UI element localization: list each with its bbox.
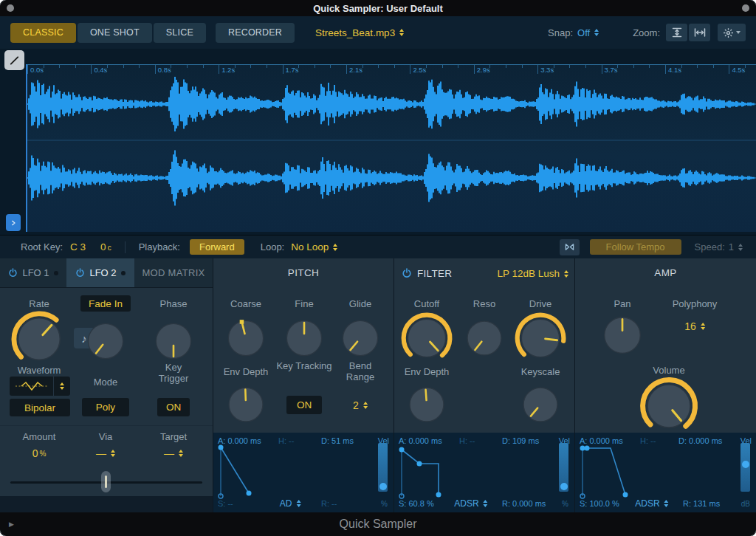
lfo-phase-knob[interactable] bbox=[148, 315, 199, 367]
stepper-icon bbox=[399, 29, 404, 36]
lfo-polarity-button[interactable]: Bipolar bbox=[10, 399, 70, 416]
key-tracking-button[interactable]: ON bbox=[286, 396, 322, 414]
settings-gear-button[interactable] bbox=[718, 24, 746, 41]
key-trigger-label: Key Trigger bbox=[150, 362, 197, 385]
disclosure-triangle[interactable]: ▶ bbox=[9, 520, 14, 528]
sample-start-handle[interactable] bbox=[6, 214, 21, 231]
amount-value[interactable]: 0% bbox=[32, 447, 47, 459]
gear-icon bbox=[723, 27, 734, 38]
snap-value: Off bbox=[577, 27, 590, 38]
reso-knob[interactable] bbox=[459, 313, 509, 363]
amount-slider-handle[interactable] bbox=[101, 471, 111, 492]
follow-tempo-button[interactable]: Follow Tempo bbox=[590, 239, 681, 255]
ruler-tick bbox=[315, 65, 315, 68]
fine-tune-value[interactable]: 0c bbox=[100, 241, 111, 252]
ruler-label: 4.5s bbox=[732, 66, 745, 74]
env-mode-menu[interactable]: ADSR bbox=[635, 498, 668, 509]
ruler-tick bbox=[155, 65, 156, 74]
filter-env-depth-knob[interactable] bbox=[402, 379, 452, 430]
root-key-value[interactable]: C 3 bbox=[70, 241, 86, 252]
waveform-display[interactable]: 0.0s0.4s0.8s1.2s1.7s2.1s2.5s2.9s3.3s3.7s… bbox=[26, 64, 756, 232]
loop-label: Loop: bbox=[261, 241, 285, 252]
sustain-value[interactable]: S: 100.0 % bbox=[580, 499, 619, 508]
lfo-rate-knob[interactable] bbox=[8, 308, 70, 370]
snap-label: Snap: bbox=[548, 27, 573, 38]
divider bbox=[125, 241, 126, 253]
pan-knob[interactable] bbox=[596, 309, 649, 362]
via-menu[interactable]: — bbox=[96, 447, 115, 459]
amp-envelope-graph[interactable] bbox=[577, 443, 721, 499]
tab-one-shot[interactable]: ONE SHOT bbox=[78, 23, 152, 43]
amp-envelope-panel[interactable]: A: 0.000 ms H: -- D: 0.000 ms Vel S: 100… bbox=[575, 433, 756, 512]
chevron-down-icon bbox=[736, 31, 740, 34]
plugin-name: Quick Sampler bbox=[340, 518, 417, 531]
key-trigger-button[interactable]: ON bbox=[157, 398, 190, 416]
release-value[interactable]: R: 131 ms bbox=[683, 499, 720, 508]
power-icon[interactable] bbox=[75, 268, 85, 278]
zoom-vertical-button[interactable] bbox=[666, 24, 687, 41]
filter-title: FILTER bbox=[417, 268, 452, 279]
tab-classic[interactable]: CLASSIC bbox=[10, 23, 76, 43]
window-control-left-icon[interactable] bbox=[7, 4, 14, 12]
filter-envelope-panel[interactable]: A: 0.000 ms H: -- D: 109 ms Vel S: 60.8 … bbox=[394, 433, 574, 512]
glide-knob[interactable] bbox=[334, 312, 386, 364]
speed-menu[interactable]: Speed: 1 bbox=[695, 241, 743, 252]
power-icon[interactable] bbox=[8, 268, 18, 278]
tab-lfo2[interactable]: LFO 2 bbox=[66, 258, 134, 287]
loop-mode-menu[interactable]: No Loop bbox=[291, 241, 337, 252]
zoom-vertical-icon bbox=[671, 27, 683, 38]
playback-direction-button[interactable]: Forward bbox=[190, 239, 244, 255]
lfo-mode-button[interactable]: Poly bbox=[82, 398, 129, 416]
release-value[interactable]: R: -- bbox=[321, 499, 337, 508]
tab-slice[interactable]: SLICE bbox=[154, 23, 206, 43]
pitch-envelope-graph[interactable] bbox=[215, 443, 360, 499]
zoom-horizontal-button[interactable] bbox=[689, 24, 710, 41]
chevron-right-icon bbox=[10, 218, 16, 228]
polyphony-menu[interactable]: 16 bbox=[684, 320, 705, 332]
pitch-env-depth-knob[interactable] bbox=[221, 379, 271, 430]
flex-button[interactable] bbox=[560, 239, 580, 255]
fine-knob[interactable] bbox=[278, 312, 330, 364]
vel-handle[interactable] bbox=[379, 483, 387, 490]
amp-vel-slider[interactable] bbox=[740, 443, 750, 492]
snap-menu[interactable]: Off bbox=[577, 27, 599, 38]
release-value[interactable]: R: 0.000 ms bbox=[502, 499, 546, 508]
sustain-value[interactable]: S: -- bbox=[218, 499, 233, 508]
tab-lfo1[interactable]: LFO 1 bbox=[0, 258, 66, 287]
keyscale-knob[interactable] bbox=[515, 379, 566, 430]
edit-pencil-button[interactable] bbox=[4, 50, 24, 70]
drive-knob[interactable] bbox=[512, 310, 568, 366]
ruler-tick bbox=[569, 65, 570, 68]
fade-in-button[interactable]: Fade In bbox=[80, 295, 131, 312]
vel-handle[interactable] bbox=[560, 483, 568, 490]
vel-handle[interactable] bbox=[742, 461, 749, 468]
ruler-tick bbox=[410, 65, 410, 74]
pitch-vel-slider[interactable] bbox=[378, 443, 388, 492]
sustain-value[interactable]: S: 60.8 % bbox=[399, 499, 434, 508]
tab-recorder[interactable]: RECORDER bbox=[216, 23, 295, 43]
lfo-section: LFO 1 LFO 2 MOD MATRIX Rate Fade In Pha bbox=[0, 258, 213, 512]
volume-knob[interactable] bbox=[637, 374, 701, 438]
window-control-right-icon[interactable] bbox=[742, 4, 749, 12]
stereo-waveform[interactable] bbox=[27, 74, 756, 232]
coarse-knob[interactable] bbox=[220, 312, 272, 364]
env-mode-menu[interactable]: ADSR bbox=[454, 498, 487, 509]
lfo-fade-in-knob[interactable] bbox=[80, 315, 131, 367]
filter-type-menu[interactable]: LP 12dB Lush bbox=[497, 268, 568, 279]
filter-envelope-graph[interactable] bbox=[396, 443, 540, 499]
sample-file-name: Streets_Beat.mp3 bbox=[315, 27, 395, 38]
ruler-label: 0.0s bbox=[30, 66, 44, 74]
cutoff-knob[interactable] bbox=[399, 310, 455, 366]
filter-power-icon[interactable] bbox=[402, 268, 412, 278]
sample-file-menu[interactable]: Streets_Beat.mp3 bbox=[315, 27, 404, 38]
time-ruler[interactable]: 0.0s0.4s0.8s1.2s1.7s2.1s2.5s2.9s3.3s3.7s… bbox=[27, 64, 756, 74]
bend-range-menu[interactable]: 2 bbox=[353, 399, 368, 411]
tab-mod-matrix[interactable]: MOD MATRIX bbox=[134, 258, 213, 287]
filter-vel-slider[interactable] bbox=[559, 443, 568, 492]
lfo-waveform-selector[interactable] bbox=[10, 377, 70, 396]
pitch-envelope-panel[interactable]: A: 0.000 ms H: -- D: 51 ms Vel S: -- AD … bbox=[213, 433, 394, 512]
target-menu[interactable]: — bbox=[164, 447, 183, 459]
lfo-tab-bar: LFO 1 LFO 2 MOD MATRIX bbox=[0, 258, 213, 288]
env-mode-menu[interactable]: AD bbox=[280, 498, 301, 509]
ruler-label: 2.5s bbox=[413, 66, 426, 74]
